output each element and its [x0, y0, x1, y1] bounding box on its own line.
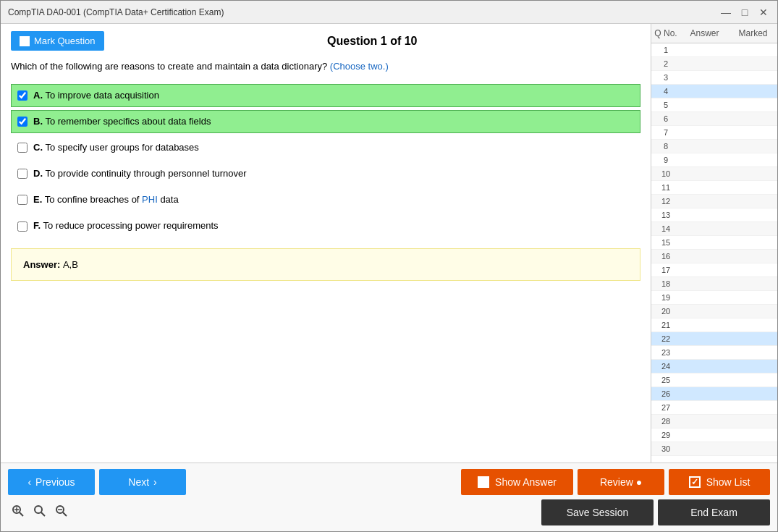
option-checkbox-e[interactable] [17, 195, 28, 205]
q-answer-cell [680, 100, 729, 110]
question-row[interactable]: 18 [651, 277, 777, 291]
question-row[interactable]: 23 [651, 346, 777, 360]
q-marked-cell [729, 375, 777, 385]
question-row[interactable]: 25 [651, 373, 777, 387]
next-button[interactable]: Next › [99, 469, 186, 495]
close-button[interactable]: ✕ [757, 6, 770, 19]
question-row[interactable]: 14 [651, 222, 777, 236]
question-row[interactable]: 15 [651, 236, 777, 250]
q-marked-cell [729, 182, 777, 193]
question-row[interactable]: 9 [651, 153, 777, 167]
review-button[interactable]: Review ● [578, 469, 664, 495]
review-label: Review ● [600, 476, 642, 488]
question-row[interactable]: 3 [651, 71, 777, 85]
q-marked-cell [729, 334, 777, 344]
option-checkbox-d[interactable] [17, 169, 28, 179]
question-row[interactable]: 5 [651, 98, 777, 112]
q-num-cell: 28 [651, 416, 680, 426]
q-answer-cell [680, 45, 729, 55]
question-row[interactable]: 20 [651, 305, 777, 318]
mark-question-button[interactable]: Mark Question [11, 31, 104, 51]
q-num-cell: 14 [651, 224, 680, 234]
q-answer-cell [680, 361, 729, 371]
question-row[interactable]: 21 [651, 318, 777, 332]
question-row[interactable]: 27 [651, 401, 777, 415]
q-marked-cell [729, 402, 777, 413]
minimize-button[interactable]: — [719, 6, 732, 19]
q-marked-cell [729, 45, 777, 55]
maximize-button[interactable]: □ [738, 6, 751, 19]
question-row[interactable]: 8 [651, 140, 777, 153]
q-marked-cell [729, 320, 777, 330]
question-row[interactable]: 19 [651, 291, 777, 305]
question-row[interactable]: 6 [651, 112, 777, 126]
header-row: Mark Question Question 1 of 10 [11, 31, 640, 51]
show-answer-checkbox-icon [478, 476, 489, 488]
q-marked-cell [729, 224, 777, 234]
q-answer-cell [680, 292, 729, 303]
answer-label: Answer: [23, 259, 63, 270]
q-num-cell: 30 [651, 444, 680, 454]
q-answer-cell [680, 141, 729, 151]
q-answer-cell [680, 196, 729, 206]
option-checkbox-f[interactable] [17, 221, 28, 232]
next-chevron-icon: › [153, 476, 157, 488]
option-item-b[interactable]: B. To remember specifics about data fiel… [11, 110, 640, 133]
zoom-in-button[interactable] [8, 502, 28, 523]
question-row[interactable]: 29 [651, 428, 777, 442]
question-row[interactable]: 11 [651, 181, 777, 195]
question-row[interactable]: 4 [651, 85, 777, 98]
sidebar-header: Q No. Answer Marked [651, 24, 777, 43]
save-session-button[interactable]: Save Session [541, 499, 654, 525]
option-item-d[interactable]: D. To provide continuity through personn… [11, 162, 640, 185]
question-row[interactable]: 13 [651, 208, 777, 222]
question-row[interactable]: 7 [651, 126, 777, 140]
q-answer-cell [680, 182, 729, 193]
q-marked-cell [729, 59, 777, 69]
q-marked-cell [729, 141, 777, 151]
q-num-cell: 18 [651, 279, 680, 289]
option-checkbox-c[interactable] [17, 143, 28, 153]
question-row[interactable]: 10 [651, 167, 777, 181]
zoom-reset-button[interactable] [30, 502, 50, 523]
question-row[interactable]: 24 [651, 360, 777, 373]
question-row[interactable]: 26 [651, 387, 777, 401]
zoom-out-button[interactable] [51, 502, 72, 523]
toolbar-row1: ‹ Previous Next › Show Answer Review ● ✓… [8, 469, 770, 495]
q-answer-cell [680, 127, 729, 138]
q-marked-cell [729, 155, 777, 165]
question-row[interactable]: 17 [651, 263, 777, 277]
previous-button[interactable]: ‹ Previous [8, 469, 95, 495]
option-item-a[interactable]: A. To improve data acquisition [11, 84, 640, 107]
question-row[interactable]: 12 [651, 195, 777, 208]
save-session-label: Save Session [567, 507, 629, 518]
question-row[interactable]: 1 [651, 43, 777, 57]
question-title: Question 1 of 10 [104, 35, 640, 48]
option-checkbox-b[interactable] [17, 117, 28, 127]
question-row[interactable]: 28 [651, 415, 777, 428]
q-marked-cell [729, 210, 777, 220]
q-answer-cell [680, 375, 729, 385]
choose-note: (Choose two.) [330, 61, 389, 72]
end-exam-label: End Exam [690, 507, 737, 518]
question-row[interactable]: 22 [651, 332, 777, 346]
question-row[interactable]: 16 [651, 250, 777, 263]
question-body: Which of the following are reasons to cr… [11, 61, 330, 72]
q-num-cell: 4 [651, 86, 680, 96]
q-num-cell: 11 [651, 182, 680, 193]
option-item-c[interactable]: C. To specify user groups for databases [11, 136, 640, 159]
q-num-cell: 24 [651, 361, 680, 371]
show-answer-button[interactable]: Show Answer [461, 469, 573, 495]
q-marked-cell [729, 127, 777, 138]
question-row[interactable]: 2 [651, 57, 777, 71]
option-item-e[interactable]: E. To confine breaches of PHI data [11, 188, 640, 211]
q-num-cell: 5 [651, 100, 680, 110]
mark-question-label: Mark Question [34, 35, 96, 46]
option-item-f[interactable]: F. To reduce processing power requiremen… [11, 214, 640, 237]
option-checkbox-a[interactable] [17, 90, 28, 101]
left-panel: Mark Question Question 1 of 10 Which of … [1, 24, 651, 463]
titlebar: CompTIA DA0-001 (CompTIA Data+ Certifica… [1, 1, 777, 24]
end-exam-button[interactable]: End Exam [658, 499, 770, 525]
show-list-button[interactable]: ✓ Show List [669, 469, 770, 495]
question-row[interactable]: 30 [651, 442, 777, 456]
